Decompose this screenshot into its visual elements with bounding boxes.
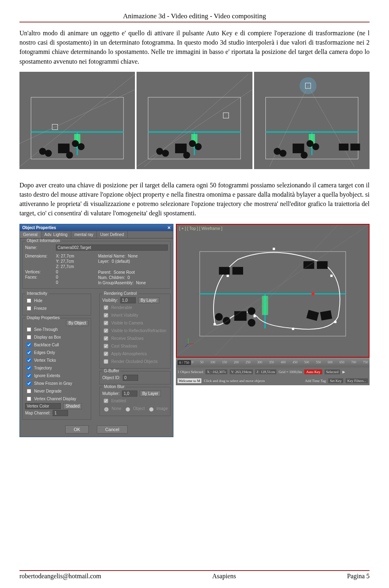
svg-line-65 [177, 225, 369, 355]
chk-displayasbox[interactable]: Display as Box [25, 334, 88, 341]
svg-rect-40 [339, 144, 348, 150]
svg-rect-9 [58, 144, 70, 153]
chk-hide[interactable]: Hide [25, 297, 88, 304]
svg-rect-63 [320, 310, 332, 320]
svg-rect-51 [292, 328, 294, 330]
tab-advlighting[interactable]: Adv. Lighting [41, 231, 71, 238]
floorplan-2 [137, 72, 252, 169]
play-icon[interactable]: ▶ [342, 370, 345, 374]
name-field[interactable]: Camera002.Target [56, 245, 168, 251]
name-label: Name: [25, 245, 53, 250]
mapchannel-field[interactable]: 1 [53, 410, 68, 416]
svg-point-12 [66, 152, 73, 159]
page-header: Animazione 3d - Video editing - Video co… [19, 12, 370, 23]
floorplan-1 [19, 72, 135, 169]
chk-showfrozen[interactable]: Show Frozen in Gray [25, 380, 88, 387]
svg-rect-47 [227, 275, 229, 277]
page-footer: robertodeangelis@hotmail.com Asapiens Pa… [19, 570, 370, 580]
svg-rect-49 [330, 275, 333, 277]
svg-point-11 [78, 143, 85, 150]
svg-rect-22 [175, 144, 187, 153]
svg-point-60 [248, 307, 255, 315]
section-object-info: Object Information Name:Camera002.Target… [22, 241, 171, 289]
svg-point-58 [223, 317, 231, 324]
setkey-button[interactable]: Set Key [328, 378, 343, 383]
chk-edgesonly[interactable]: Edges Only [25, 349, 88, 356]
chk-backface[interactable]: Backface Cull [25, 341, 88, 348]
ok-button[interactable]: OK [65, 425, 89, 433]
floorplan-row [19, 72, 370, 169]
tab-general[interactable]: General [20, 231, 41, 238]
tab-mentalray[interactable]: mental ray [71, 231, 97, 238]
svg-point-35 [279, 150, 286, 157]
svg-point-61 [248, 319, 255, 326]
footer-page: Pagina 5 [347, 573, 370, 580]
svg-rect-55 [304, 261, 314, 269]
chk-seethrough[interactable]: See-Through [25, 326, 88, 333]
section-rendering: Rendering Control Visibility:1,0By Layer… [99, 294, 171, 369]
svg-point-8 [45, 150, 52, 157]
keyfilters-button[interactable]: Key Filters... [346, 378, 368, 383]
autokey-button[interactable]: Auto Key [304, 369, 322, 374]
svg-rect-48 [273, 247, 275, 250]
svg-rect-56 [317, 261, 328, 269]
section-interactivity: Interactivity Hide Freeze [22, 294, 91, 315]
svg-point-39 [301, 152, 308, 159]
section-mblur: Motion Blur Multiplier:1,0By Layer Enabl… [99, 387, 171, 416]
status-bar-1: 1 Object Selected X: -162,307c Y: 263,19… [176, 367, 370, 376]
floorplan-3 [254, 72, 370, 169]
svg-line-66 [215, 225, 338, 355]
timeline[interactable]: 0 / 750 05010015020025030035040045050055… [176, 358, 370, 367]
chk-vertexticks[interactable]: Vertex Ticks [25, 357, 88, 364]
section-gbuffer: G-Buffer Object ID:0 [99, 371, 171, 384]
svg-line-18 [137, 90, 252, 167]
svg-line-69 [185, 343, 188, 347]
cancel-button[interactable]: Cancel [97, 425, 128, 433]
svg-rect-45 [262, 296, 268, 315]
shaded-button[interactable]: Shaded [63, 403, 82, 409]
svg-rect-52 [254, 315, 256, 317]
viewport-label[interactable]: [ + ] [ Top ] [ Wireframe ] [179, 226, 222, 231]
dialog-title: Object Properties [22, 225, 56, 230]
chk-trajectory[interactable]: Trajectory [25, 365, 88, 371]
svg-point-38 [312, 143, 319, 150]
paragraph-2: Dopo aver creato una chiave di posizione… [19, 180, 370, 218]
timeline-ticks: 0501001502002503003504004505005506006507… [192, 361, 368, 364]
dialog-titlebar[interactable]: Object Properties ✕ [20, 224, 173, 231]
chk-ignoreextents[interactable]: Ignore Extents [25, 372, 88, 379]
svg-rect-17 [223, 113, 229, 118]
dialog-tabs: General Adv. Lighting mental ray User De… [20, 231, 173, 238]
footer-center: Asapiens [212, 573, 236, 580]
tab-userdefined[interactable]: User Defined [97, 231, 127, 238]
status-bar-2: Welcome to M Click and drag to select an… [176, 376, 370, 385]
paragraph-1: Un'altro modo di animare un oggetto e' q… [19, 28, 370, 66]
svg-rect-59 [234, 311, 246, 321]
svg-point-30 [299, 77, 316, 94]
svg-point-25 [183, 152, 190, 159]
svg-rect-54 [232, 267, 243, 275]
svg-rect-50 [334, 320, 337, 323]
chk-freeze[interactable]: Freeze [25, 305, 88, 312]
chk-neverdegrade[interactable]: Never Degrade [25, 388, 88, 395]
svg-rect-41 [350, 144, 360, 150]
bylayer-button[interactable]: By Layer [138, 297, 159, 303]
viewport-top[interactable]: [ + ] [ Top ] [ Wireframe ] [176, 224, 370, 358]
chk-vertexchan[interactable]: Vertex Channel Display [25, 395, 88, 402]
svg-line-33 [308, 86, 354, 167]
svg-point-24 [195, 143, 202, 150]
svg-rect-46 [214, 323, 216, 325]
close-icon[interactable]: ✕ [167, 225, 171, 230]
footer-email: robertodeangelis@hotmail.com [19, 573, 101, 580]
byobject-button[interactable]: By Object [66, 320, 88, 326]
object-properties-dialog: Object Properties ✕ General Adv. Lightin… [19, 224, 173, 437]
svg-point-57 [215, 313, 223, 321]
objid-field[interactable]: 0 [123, 375, 138, 381]
svg-rect-36 [293, 144, 304, 153]
svg-rect-53 [219, 267, 230, 275]
vertexcolor-field[interactable]: Vertex Color [25, 403, 61, 409]
svg-point-21 [162, 150, 169, 157]
svg-rect-62 [306, 310, 319, 321]
section-display: Display Properties By Object See-Through… [22, 318, 91, 420]
svg-point-64 [312, 292, 315, 295]
